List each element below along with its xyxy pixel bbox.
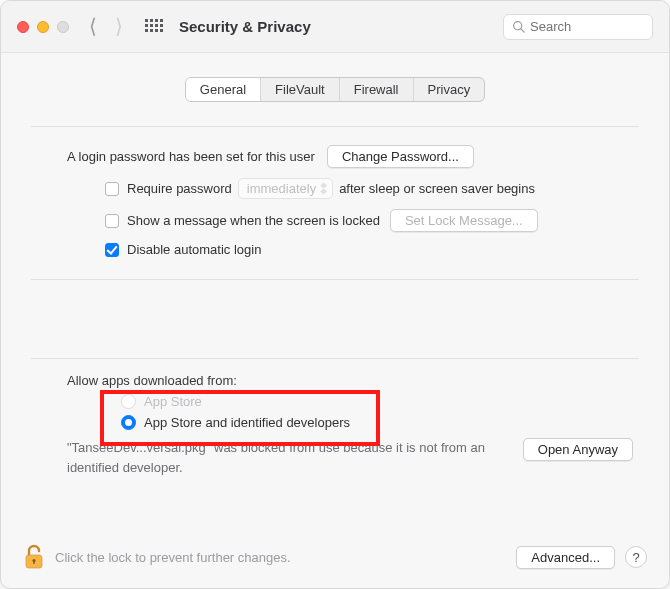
content-area: General FileVault Firewall Privacy A log… [1,53,669,477]
allow-apps-label: Allow apps downloaded from: [31,373,639,388]
allow-apps-radio-group: App Store App Store and identified devel… [31,394,639,430]
tab-general[interactable]: General [186,78,261,101]
set-lock-message-button[interactable]: Set Lock Message... [390,209,538,232]
identified-developers-radio-label: App Store and identified developers [144,415,350,430]
blocked-app-row: "TanseeDev...versal.pkg" was blocked fro… [31,438,639,477]
search-icon [512,20,525,33]
password-set-row: A login password has been set for this u… [31,145,639,168]
preferences-window: ⟨ ⟩ Security & Privacy General FileVault… [0,0,670,589]
nav-arrows: ⟨ ⟩ [89,17,123,37]
lock-help-text: Click the lock to prevent further change… [55,550,506,565]
require-password-suffix: after sleep or screen saver begins [339,181,535,196]
help-button[interactable]: ? [625,546,647,568]
tab-segmented-control: General FileVault Firewall Privacy [185,77,485,102]
search-field[interactable] [503,14,653,40]
radio-row-app-store: App Store [121,394,639,409]
require-password-label: Require password [127,181,232,196]
password-set-text: A login password has been set for this u… [67,149,315,164]
open-anyway-button[interactable]: Open Anyway [523,438,633,461]
gatekeeper-section: Allow apps downloaded from: App Store Ap… [25,359,645,477]
disable-auto-login-row: Disable automatic login [31,242,639,257]
change-password-button[interactable]: Change Password... [327,145,474,168]
tab-privacy[interactable]: Privacy [414,78,485,101]
lock-icon[interactable] [23,544,45,570]
identified-developers-radio[interactable] [121,415,136,430]
forward-button[interactable]: ⟩ [115,16,123,36]
svg-rect-4 [33,561,35,564]
tab-firewall[interactable]: Firewall [340,78,414,101]
show-all-icon[interactable] [145,19,161,35]
require-password-delay-value: immediately [247,181,316,196]
advanced-button[interactable]: Advanced... [516,546,615,569]
require-password-checkbox[interactable] [105,182,119,196]
close-window-button[interactable] [17,21,29,33]
show-message-label: Show a message when the screen is locked [127,213,380,228]
footer: Click the lock to prevent further change… [1,530,669,588]
minimize-window-button[interactable] [37,21,49,33]
app-store-radio [121,394,136,409]
require-password-delay-select[interactable]: immediately [238,178,333,199]
show-message-checkbox[interactable] [105,214,119,228]
login-panel: A login password has been set for this u… [31,126,639,280]
radio-row-identified: App Store and identified developers [121,415,639,430]
traffic-lights [17,21,69,33]
blocked-app-text: "TanseeDev...versal.pkg" was blocked fro… [67,438,505,477]
show-message-row: Show a message when the screen is locked… [31,209,639,232]
titlebar: ⟨ ⟩ Security & Privacy [1,1,669,53]
window-title: Security & Privacy [179,18,311,35]
disable-auto-login-label: Disable automatic login [127,242,261,257]
help-icon: ? [632,550,639,565]
tab-filevault[interactable]: FileVault [261,78,340,101]
tab-bar: General FileVault Firewall Privacy [25,77,645,102]
require-password-row: Require password immediately after sleep… [31,178,639,199]
zoom-window-button [57,21,69,33]
back-button[interactable]: ⟨ [89,16,97,36]
app-store-radio-label: App Store [144,394,202,409]
disable-auto-login-checkbox[interactable] [105,243,119,257]
svg-line-1 [521,29,524,32]
search-input[interactable] [530,19,644,34]
